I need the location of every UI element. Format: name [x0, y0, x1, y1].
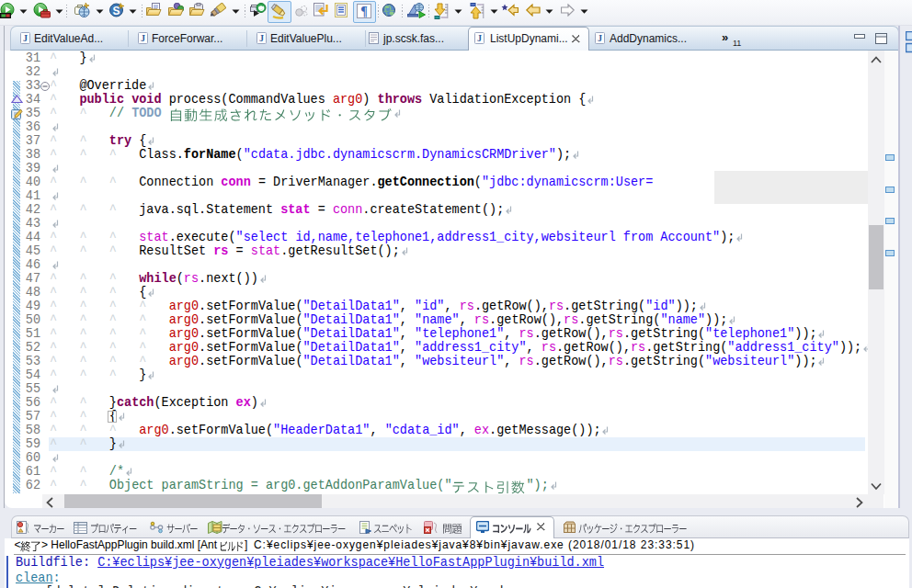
svg-text:J: J: [259, 33, 264, 43]
svg-text:J: J: [23, 33, 28, 43]
svg-text:J: J: [477, 33, 482, 43]
svg-text:¶: ¶: [360, 5, 368, 18]
svg-text:J: J: [141, 33, 145, 43]
svg-text:J: J: [598, 33, 602, 43]
